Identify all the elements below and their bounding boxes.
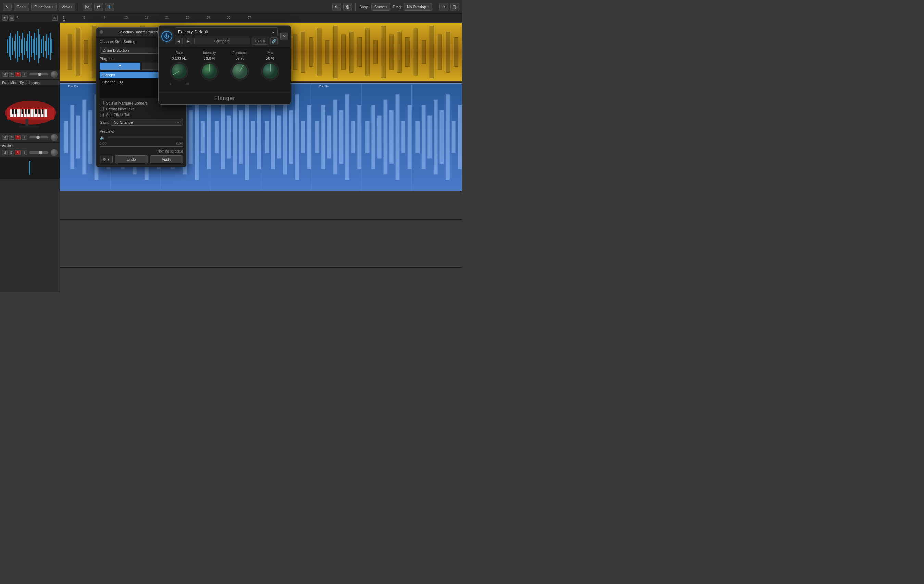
drag-dropdown[interactable]: No Overlap ▾: [404, 3, 432, 11]
track-1-pan-knob[interactable]: [51, 71, 58, 78]
svg-rect-22: [43, 36, 44, 56]
feedback-knob[interactable]: [230, 62, 249, 81]
pointer-tool-btn[interactable]: ↖: [3, 3, 12, 11]
svg-rect-87: [325, 40, 330, 64]
undo-btn[interactable]: Undo: [115, 155, 148, 164]
input-btn-2[interactable]: I: [21, 135, 27, 140]
track-2-pan-knob[interactable]: [51, 134, 58, 141]
svg-rect-145: [277, 116, 281, 159]
svg-rect-89: [342, 35, 346, 69]
synth-image: [0, 89, 59, 130]
track-header-icon: ✉: [52, 15, 58, 21]
gain-dropdown[interactable]: No Change ⌄: [111, 119, 183, 126]
svg-rect-3: [10, 33, 11, 60]
svg-rect-149: [301, 121, 305, 153]
solo-btn-1[interactable]: S: [8, 72, 14, 77]
flanger-close-btn[interactable]: ✕: [280, 33, 288, 40]
time-row: 0:00 0:00: [100, 142, 183, 145]
track-item-2: Pure Minor Synth Layers: [0, 79, 59, 142]
track-item-4: [0, 158, 59, 179]
functions-menu-btn[interactable]: Functions ▾: [31, 3, 56, 11]
snap-dropdown[interactable]: Smart ▾: [371, 3, 390, 11]
zoom-control[interactable]: 75% ⇅: [252, 38, 268, 45]
svg-rect-9: [21, 40, 21, 53]
track-1-fader[interactable]: [30, 73, 48, 75]
svg-rect-93: [374, 40, 378, 64]
add-track-btn[interactable]: +: [2, 15, 8, 21]
svg-rect-172: [446, 94, 450, 180]
drag-section: Drag: No Overlap ▾: [393, 3, 432, 11]
tail-checkbox-row: Add Effect Tail: [100, 113, 183, 117]
tail-checkbox[interactable]: [100, 113, 104, 117]
sbp-close-btn[interactable]: [100, 30, 103, 33]
track-3-pan-knob[interactable]: [51, 149, 58, 156]
pointer-select-btn[interactable]: ↖: [332, 3, 341, 11]
record-btn-2[interactable]: R: [15, 135, 21, 140]
track-icon-btn[interactable]: ✉: [52, 15, 58, 21]
preview-bar[interactable]: [107, 136, 183, 139]
gear-btn[interactable]: ⚙ ▾: [100, 156, 113, 164]
crosshair-btn[interactable]: ⊕: [343, 3, 352, 11]
track-lane-3: [60, 192, 462, 220]
rate-knob-group: Rate 0.133 Hz: [170, 51, 189, 85]
svg-rect-160: [371, 105, 375, 169]
split-checkbox[interactable]: [100, 101, 104, 105]
svg-rect-103: [454, 38, 458, 67]
preview-controls: 🔈: [100, 135, 183, 140]
view-menu-btn[interactable]: View ▾: [59, 3, 76, 11]
svg-rect-41: [44, 109, 47, 117]
snap-section: Snap: Smart ▾: [359, 3, 390, 11]
gear-chevron: ▾: [107, 157, 110, 162]
power-btn[interactable]: ⏻: [161, 31, 172, 42]
separator-2: [355, 3, 356, 11]
ruler-mark-17: 17: [145, 16, 148, 19]
svg-text:Pure Min: Pure Min: [319, 85, 329, 88]
svg-rect-4: [12, 38, 13, 55]
svg-rect-173: [452, 121, 456, 153]
mix-knob[interactable]: [261, 62, 280, 81]
track-header-bar: + ▤ S ✉: [0, 14, 59, 22]
record-btn-1[interactable]: R: [15, 72, 21, 77]
compare-btn[interactable]: Compare: [194, 38, 250, 44]
take-checkbox-row: Create New Take: [100, 107, 183, 111]
edit-menu-btn[interactable]: Edit ▾: [14, 3, 29, 11]
mute-btn-3[interactable]: M: [2, 150, 8, 155]
track-lane-4: [60, 220, 462, 268]
solo-btn-2[interactable]: S: [8, 135, 14, 140]
solo-btn-3[interactable]: S: [8, 150, 14, 155]
level-btn[interactable]: ⇅: [450, 3, 459, 11]
svg-rect-13: [27, 34, 28, 58]
prev-preset-btn[interactable]: ◀: [175, 38, 183, 44]
loop-btn[interactable]: ⇄: [94, 3, 103, 11]
track-item-1: M S R I: [0, 22, 59, 79]
playhead-marker: [63, 14, 65, 22]
intensity-knob-group: Intensity 50.0 %: [200, 51, 219, 81]
track-1-controls: M S R I: [0, 70, 59, 79]
next-preset-btn[interactable]: ▶: [185, 38, 192, 44]
svg-rect-56: [76, 29, 80, 75]
track-2-fader[interactable]: [30, 136, 48, 139]
track-3-fader[interactable]: [30, 152, 48, 154]
svg-rect-45: [25, 109, 27, 114]
apply-btn[interactable]: Apply: [150, 155, 183, 164]
svg-rect-97: [406, 38, 410, 67]
mute-btn-1[interactable]: M: [2, 72, 8, 77]
marquee-btn[interactable]: ✛: [105, 3, 114, 11]
tab-a[interactable]: A: [100, 63, 140, 69]
feedback-knob-group: Feedback 67 %: [230, 51, 249, 81]
intensity-knob[interactable]: [200, 62, 219, 81]
preset-dropdown[interactable]: Factory Default ⌄: [175, 27, 278, 36]
link-btn[interactable]: 🔗: [270, 37, 278, 45]
split-btn[interactable]: ⋈: [82, 3, 92, 11]
input-btn-3[interactable]: I: [21, 150, 27, 155]
view-chevron: ▾: [71, 5, 72, 8]
waveform-btn[interactable]: ≋: [439, 3, 448, 11]
svg-rect-156: [345, 94, 349, 180]
add-folder-btn[interactable]: ▤: [9, 15, 14, 21]
mute-btn-2[interactable]: M: [2, 135, 8, 140]
rate-knob[interactable]: [170, 62, 189, 81]
volume-icon[interactable]: 🔈: [100, 135, 106, 140]
take-checkbox[interactable]: [100, 107, 104, 111]
record-btn-3[interactable]: R: [15, 150, 21, 155]
input-btn-1[interactable]: I: [21, 72, 27, 77]
